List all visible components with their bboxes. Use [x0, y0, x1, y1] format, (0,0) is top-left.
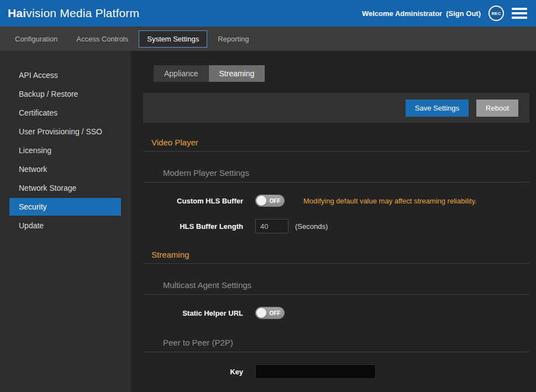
nav-item-access-controls[interactable]: Access Controls	[68, 30, 136, 48]
sidebar-item-security[interactable]: Security	[9, 198, 121, 216]
rec-icon[interactable]: REC	[488, 6, 504, 21]
subsection-heading-multicast-agent-settings: Multicast Agent Settings	[163, 280, 529, 290]
p2p-key-row: Key	[143, 364, 529, 379]
divider	[143, 294, 529, 295]
nav-item-system-settings[interactable]: System Settings	[139, 30, 207, 48]
hamburger-menu-icon[interactable]	[512, 8, 527, 19]
toggle-knob	[256, 196, 266, 206]
reboot-button[interactable]: Reboot	[476, 100, 518, 117]
static-helper-url-label: Static Helper URL	[143, 309, 243, 317]
hls-buffer-length-label: HLS Buffer Length	[143, 222, 243, 231]
static-helper-url-toggle[interactable]: OFF	[255, 307, 285, 319]
brand-bold: Hai	[8, 7, 26, 19]
hls-buffer-warning-text: Modifying default value may affect strea…	[303, 197, 477, 205]
p2p-key-label: Key	[143, 368, 243, 376]
divider	[143, 263, 529, 264]
nav-item-reporting[interactable]: Reporting	[209, 30, 257, 48]
sidebar-item-network[interactable]: Network	[9, 160, 121, 178]
tab-appliance[interactable]: Appliance	[154, 65, 209, 82]
sidebar-item-backup-restore[interactable]: Backup / Restore	[9, 85, 121, 103]
tab-streaming[interactable]: Streaming	[209, 65, 265, 82]
top-nav: Configuration Access Controls System Set…	[0, 27, 536, 51]
subsection-heading-peer-to-peer: Peer to Peer (P2P)	[163, 338, 529, 347]
sidebar-item-user-provisioning-sso[interactable]: User Provisioning / SSO	[9, 123, 121, 140]
settings-toolbar: Save Settings Reboot	[143, 93, 529, 123]
main-content: Appliance Streaming Save Settings Reboot…	[131, 51, 536, 392]
divider	[143, 182, 529, 182]
brand-rest: vision Media Platform	[26, 7, 139, 19]
toggle-state-label: OFF	[266, 198, 283, 204]
nav-item-configuration[interactable]: Configuration	[7, 30, 66, 48]
content-tabs: Appliance Streaming	[154, 65, 529, 82]
custom-hls-buffer-label: Custom HLS Buffer	[143, 197, 243, 205]
sidebar-item-network-storage[interactable]: Network Storage	[9, 179, 121, 197]
settings-sidebar: API Access Backup / Restore Certificates…	[0, 51, 131, 392]
toggle-knob	[256, 308, 266, 318]
sidebar-item-api-access[interactable]: API Access	[9, 66, 121, 84]
hls-buffer-length-input[interactable]	[255, 219, 288, 233]
app-logo: Haivision Media Platform	[8, 7, 139, 20]
welcome-text: Welcome Administrator	[362, 9, 442, 18]
toggle-state-label: OFF	[266, 310, 283, 316]
sidebar-item-certificates[interactable]: Certificates	[9, 104, 121, 122]
sidebar-item-licensing[interactable]: Licensing	[9, 142, 121, 159]
divider	[143, 352, 529, 352]
section-heading-video-player: Video Player	[151, 138, 529, 147]
app-header: Haivision Media Platform Welcome Adminis…	[0, 0, 536, 27]
hls-buffer-length-unit: (Seconds)	[295, 222, 328, 231]
static-helper-url-row: Static Helper URL OFF	[143, 307, 529, 319]
sign-out-link[interactable]: (Sign Out)	[446, 9, 481, 18]
divider	[143, 151, 529, 151]
hls-buffer-length-row: HLS Buffer Length (Seconds)	[143, 219, 529, 233]
subsection-heading-modern-player-settings: Modern Player Settings	[163, 168, 529, 177]
sidebar-item-update[interactable]: Update	[9, 217, 121, 234]
custom-hls-buffer-toggle[interactable]: OFF	[255, 195, 285, 207]
section-heading-streaming: Streaming	[151, 250, 529, 259]
header-right: Welcome Administrator (Sign Out) REC	[362, 6, 527, 21]
save-settings-button[interactable]: Save Settings	[406, 100, 469, 117]
p2p-key-input[interactable]	[255, 364, 376, 379]
custom-hls-buffer-row: Custom HLS Buffer OFF Modifying default …	[143, 195, 529, 207]
